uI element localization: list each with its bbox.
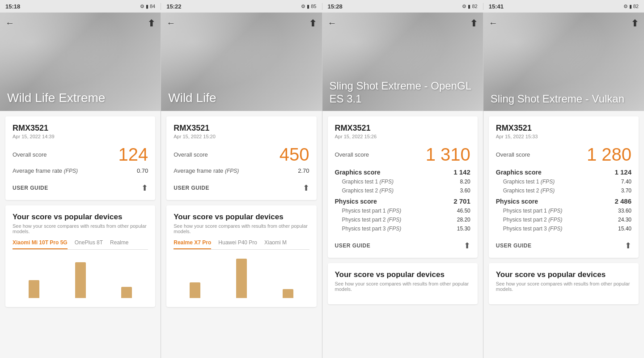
- popular-tabs-1: Xiaomi Mi 10T Pro 5G OnePlus 8T Realme: [13, 239, 148, 250]
- bar-group-a1: [13, 280, 55, 298]
- popular-card-2: Your score vs popular devices See how yo…: [166, 205, 316, 307]
- physics-section-row-3: Physics score 2 701: [335, 197, 470, 205]
- physics-value-3: 2 701: [453, 197, 470, 205]
- g-test2-value-3: 3.60: [460, 188, 470, 194]
- g-test1-label-4: Graphics test 1 (FPS): [496, 179, 555, 185]
- share-icon-banner-4[interactable]: ⬆: [631, 18, 639, 29]
- bar-chart-1: [13, 255, 148, 300]
- popular-subtitle-2: See how your score compares with results…: [174, 223, 309, 234]
- bar-c2: [283, 289, 293, 298]
- share-icon-2[interactable]: ⬆: [303, 183, 309, 193]
- back-icon-2[interactable]: ←: [166, 18, 175, 29]
- p-test2-row-4: Physics test part 2 (FPS) 24.30: [496, 217, 631, 223]
- device-name-1: RMX3521: [13, 124, 148, 133]
- back-icon-1[interactable]: ←: [5, 18, 14, 29]
- share-icon-banner-3[interactable]: ⬆: [470, 18, 478, 29]
- physics-section-row-4: Physics score 2 486: [496, 197, 631, 205]
- user-guide-label-2[interactable]: USER GUIDE: [174, 185, 209, 191]
- g-test1-row-3: Graphics test 1 (FPS) 8.20: [335, 179, 470, 185]
- share-icon-banner-1[interactable]: ⬆: [148, 18, 155, 29]
- graphics-value-3: 1 142: [453, 168, 470, 176]
- popular-subtitle-3: See how your score compares with results…: [335, 281, 470, 292]
- banner-4: ← ⬆ Sling Shot Extreme - Vulkan: [483, 13, 644, 111]
- banner-title-1: Wild Life Extreme: [7, 90, 153, 106]
- device-card-1: RMX3521 Apr 15, 2022 14:39 Overall score…: [5, 116, 155, 200]
- p-test1-value-4: 33.60: [618, 208, 631, 214]
- bar-b1: [75, 262, 86, 298]
- overall-value-4: 1 280: [587, 145, 631, 165]
- popular-subtitle-4: See how your score compares with results…: [496, 281, 631, 292]
- tab-realme-x7-2[interactable]: Realme X7 Pro: [174, 239, 211, 249]
- device-card-3: RMX3521 Apr 15, 2022 15:26 Overall score…: [328, 116, 478, 258]
- banner-1: ← ⬆ Wild Life Extreme: [0, 13, 161, 111]
- p-test3-value-3: 15.30: [457, 226, 470, 232]
- overall-value-2: 450: [280, 145, 309, 165]
- card-area-4: RMX3521 Apr 15, 2022 15:33 Overall score…: [483, 111, 644, 358]
- p-test1-row-3: Physics test part 1 (FPS) 46.50: [335, 208, 470, 214]
- p-test2-row-3: Physics test part 2 (FPS) 28.20: [335, 217, 470, 223]
- panel-2: ← ⬆ Wild Life RMX3521 Apr 15, 2022 15:20…: [161, 13, 322, 358]
- overall-label-2: Overall score: [174, 151, 208, 158]
- popular-tabs-2: Realme X7 Pro Huawei P40 Pro Xiaomi M: [174, 239, 309, 250]
- bar-group-b2: [220, 259, 263, 298]
- overall-value-3: 1 310: [426, 145, 470, 165]
- overall-row-4: Overall score 1 280: [496, 145, 631, 165]
- share-icon-3[interactable]: ⬆: [464, 241, 470, 251]
- card-area-2: RMX3521 Apr 15, 2022 15:20 Overall score…: [161, 111, 322, 358]
- panel-4: ← ⬆ Sling Shot Extreme - Vulkan RMX3521 …: [483, 13, 644, 358]
- user-guide-label-1[interactable]: USER GUIDE: [13, 185, 48, 191]
- physics-label-4: Physics score: [496, 198, 538, 205]
- tab-huawei-2[interactable]: Huawei P40 Pro: [218, 239, 257, 249]
- popular-title-3: Your score vs popular devices: [335, 270, 470, 279]
- p-test3-value-4: 15.40: [618, 226, 631, 232]
- overall-label-1: Overall score: [13, 151, 47, 158]
- g-test2-row-4: Graphics test 2 (FPS) 3.70: [496, 188, 631, 194]
- overall-row-3: Overall score 1 310: [335, 145, 470, 165]
- g-test1-value-3: 8.20: [460, 179, 470, 185]
- time-4: 15:41: [489, 3, 504, 10]
- share-icon-4[interactable]: ⬆: [625, 241, 631, 251]
- device-date-4: Apr 15, 2022 15:33: [496, 134, 631, 139]
- user-guide-row-3: USER GUIDE ⬆: [335, 237, 470, 251]
- status-bar: 15:18 ⚙ ▮ 84 15:22 ⚙ ▮ 85 15:28 ⚙ ▮ 82 1…: [0, 0, 644, 13]
- card-area-1: RMX3521 Apr 15, 2022 14:39 Overall score…: [0, 111, 161, 358]
- p-test3-label-4: Physics test part 3 (FPS): [496, 226, 563, 232]
- user-guide-label-4[interactable]: USER GUIDE: [496, 243, 532, 249]
- g-test2-value-4: 3.70: [621, 188, 631, 194]
- p-test2-label-4: Physics test part 2 (FPS): [496, 217, 563, 223]
- bar-group-b1: [59, 262, 102, 298]
- share-icon-banner-2[interactable]: ⬆: [309, 18, 317, 29]
- fps-label-1: Average frame rate (FPS): [13, 167, 78, 174]
- device-name-3: RMX3521: [335, 124, 470, 133]
- share-icon-1[interactable]: ⬆: [141, 183, 148, 193]
- banner-nav-1: ← ⬆: [0, 18, 161, 29]
- popular-title-4: Your score vs popular devices: [496, 270, 631, 279]
- graphics-section-row-4: Graphics score 1 124: [496, 168, 631, 176]
- banner-title-4: Sling Shot Extreme - Vulkan: [491, 93, 637, 106]
- g-test2-label-4: Graphics test 2 (FPS): [496, 188, 555, 194]
- bar-chart-2: [174, 255, 309, 300]
- bar-a1: [29, 280, 39, 298]
- graphics-section-row-3: Graphics score 1 142: [335, 168, 470, 176]
- p-test1-label-3: Physics test part 1 (FPS): [335, 208, 402, 214]
- panel-3: ← ⬆ Sling Shot Extreme - OpenGL ES 3.1 R…: [322, 13, 483, 358]
- back-icon-3[interactable]: ←: [328, 18, 337, 29]
- tab-realme-1[interactable]: Realme: [110, 239, 128, 249]
- bar-c1: [121, 287, 132, 298]
- banner-nav-2: ← ⬆: [161, 18, 322, 29]
- overall-label-4: Overall score: [496, 151, 530, 158]
- fps-label-2: Average frame rate (FPS): [174, 167, 239, 174]
- tab-xiaomi-1[interactable]: Xiaomi Mi 10T Pro 5G: [13, 239, 68, 249]
- banner-2: ← ⬆ Wild Life: [161, 13, 322, 111]
- time-2: 15:22: [166, 3, 181, 10]
- popular-subtitle-1: See how your score compares with results…: [13, 223, 148, 234]
- icons-3: ⚙ ▮ 82: [462, 4, 477, 9]
- user-guide-label-3[interactable]: USER GUIDE: [335, 243, 371, 249]
- icons-4: ⚙ ▮ 82: [623, 4, 639, 9]
- tab-xiaomi-m-2[interactable]: Xiaomi M: [264, 239, 287, 249]
- back-icon-4[interactable]: ←: [489, 18, 498, 29]
- user-guide-row-2: USER GUIDE ⬆: [174, 179, 309, 193]
- tab-oneplus-1[interactable]: OnePlus 8T: [75, 239, 103, 249]
- p-test1-value-3: 46.50: [457, 208, 470, 214]
- fps-value-2: 2.70: [298, 167, 309, 174]
